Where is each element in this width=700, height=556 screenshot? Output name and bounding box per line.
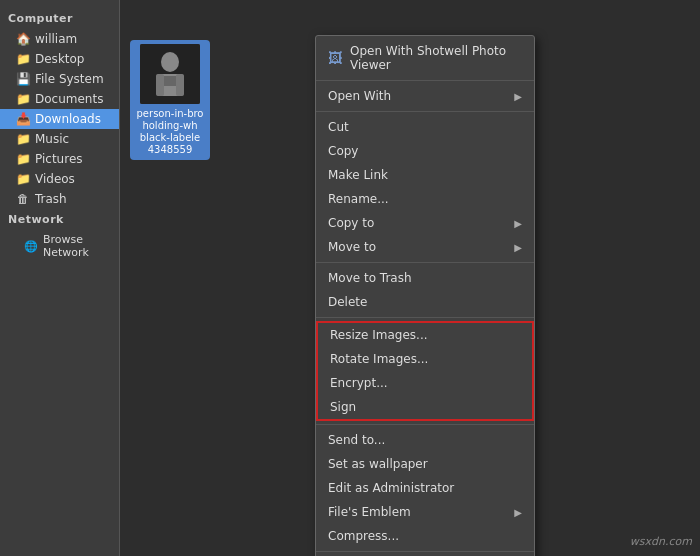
menu-item-send-to[interactable]: Send to... <box>316 428 534 452</box>
menu-label-cut: Cut <box>328 120 349 134</box>
menu-item-left-cut: Cut <box>328 120 349 134</box>
computer-section-header: Computer <box>0 8 119 29</box>
menu-item-left-open-with: Open With <box>328 89 391 103</box>
sidebar-label-desktop: Desktop <box>35 52 85 66</box>
menu-item-left-files-emblem: File's Emblem <box>328 505 411 519</box>
network-icon: 🌐 <box>24 239 38 253</box>
menu-item-left-make-link: Make Link <box>328 168 388 182</box>
menu-label-edit-as-admin: Edit as Administrator <box>328 481 454 495</box>
menu-label-rotate-images: Rotate Images... <box>330 352 428 366</box>
menu-label-compress: Compress... <box>328 529 399 543</box>
sidebar-item-pictures[interactable]: 📁 Pictures <box>0 149 119 169</box>
sidebar-item-desktop[interactable]: 📁 Desktop <box>0 49 119 69</box>
highlighted-section: Resize Images... Rotate Images... Encryp… <box>316 321 534 421</box>
menu-item-left-encrypt: Encrypt... <box>330 376 388 390</box>
menu-item-delete[interactable]: Delete <box>316 290 534 314</box>
submenu-arrow-open-with: ▶ <box>514 91 522 102</box>
menu-item-make-link[interactable]: Make Link <box>316 163 534 187</box>
menu-item-left-resize-images: Resize Images... <box>330 328 428 342</box>
menu-item-copy-to[interactable]: Copy to ▶ <box>316 211 534 235</box>
menu-item-left-copy-to: Copy to <box>328 216 374 230</box>
menu-label-resize-images: Resize Images... <box>330 328 428 342</box>
menu-label-rename: Rename... <box>328 192 389 206</box>
menu-item-left-compress: Compress... <box>328 529 399 543</box>
menu-label-make-link: Make Link <box>328 168 388 182</box>
menu-label-open-with-shotwell: Open With Shotwell Photo Viewer <box>350 44 522 72</box>
file-item-person[interactable]: person-in-broholding-whblack-labele43485… <box>130 40 210 160</box>
watermark: wsxdn.com <box>630 535 692 548</box>
sidebar-item-videos[interactable]: 📁 Videos <box>0 169 119 189</box>
menu-item-edit-as-admin[interactable]: Edit as Administrator <box>316 476 534 500</box>
menu-item-resize-images[interactable]: Resize Images... <box>318 323 532 347</box>
menu-item-cut[interactable]: Cut <box>316 115 534 139</box>
menu-item-left-edit-as-admin: Edit as Administrator <box>328 481 454 495</box>
sidebar-label-videos: Videos <box>35 172 75 186</box>
download-folder-icon: 📥 <box>16 112 30 126</box>
separator-1 <box>316 80 534 81</box>
music-folder-icon: 📁 <box>16 132 30 146</box>
menu-label-encrypt: Encrypt... <box>330 376 388 390</box>
menu-item-open-with-shotwell[interactable]: 🖼 Open With Shotwell Photo Viewer <box>316 39 534 77</box>
sidebar-label-browse-network: Browse Network <box>43 233 111 259</box>
menu-item-left-move-to: Move to <box>328 240 376 254</box>
sidebar-label-william: william <box>35 32 77 46</box>
menu-item-move-to[interactable]: Move to ▶ <box>316 235 534 259</box>
submenu-arrow-files-emblem: ▶ <box>514 507 522 518</box>
menu-label-files-emblem: File's Emblem <box>328 505 411 519</box>
sidebar-item-music[interactable]: 📁 Music <box>0 129 119 149</box>
sidebar-item-filesystem[interactable]: 💾 File System <box>0 69 119 89</box>
menu-item-left-rotate-images: Rotate Images... <box>330 352 428 366</box>
menu-item-left-copy: Copy <box>328 144 358 158</box>
menu-label-copy: Copy <box>328 144 358 158</box>
menu-item-left-delete: Delete <box>328 295 367 309</box>
sidebar-label-pictures: Pictures <box>35 152 83 166</box>
submenu-arrow-move-to: ▶ <box>514 242 522 253</box>
folder-icon-docs: 📁 <box>16 92 30 106</box>
menu-item-left-send-to: Send to... <box>328 433 385 447</box>
network-section-header: Network <box>0 209 119 230</box>
pictures-folder-icon: 📁 <box>16 152 30 166</box>
sidebar-item-william[interactable]: 🏠 william <box>0 29 119 49</box>
sidebar-label-downloads: Downloads <box>35 112 101 126</box>
main-area: person-in-broholding-whblack-labele43485… <box>120 0 700 556</box>
videos-folder-icon: 📁 <box>16 172 30 186</box>
menu-item-copy[interactable]: Copy <box>316 139 534 163</box>
separator-6 <box>316 551 534 552</box>
menu-label-open-with: Open With <box>328 89 391 103</box>
menu-item-left-rename: Rename... <box>328 192 389 206</box>
menu-item-sign[interactable]: Sign <box>318 395 532 419</box>
file-label: person-in-broholding-whblack-labele43485… <box>137 108 204 156</box>
separator-3 <box>316 262 534 263</box>
separator-4 <box>316 317 534 318</box>
trash-icon: 🗑 <box>16 192 30 206</box>
file-preview-image <box>140 44 200 104</box>
menu-item-compress[interactable]: Compress... <box>316 524 534 548</box>
submenu-arrow-copy-to: ▶ <box>514 218 522 229</box>
menu-item-left: 🖼 Open With Shotwell Photo Viewer <box>328 44 522 72</box>
menu-item-encrypt[interactable]: Encrypt... <box>318 371 532 395</box>
svg-rect-5 <box>156 74 164 96</box>
menu-item-left-move-to-trash: Move to Trash <box>328 271 412 285</box>
menu-label-move-to-trash: Move to Trash <box>328 271 412 285</box>
menu-item-open-with[interactable]: Open With ▶ <box>316 84 534 108</box>
menu-label-delete: Delete <box>328 295 367 309</box>
sidebar-item-trash[interactable]: 🗑 Trash <box>0 189 119 209</box>
sidebar-item-documents[interactable]: 📁 Documents <box>0 89 119 109</box>
menu-item-rotate-images[interactable]: Rotate Images... <box>318 347 532 371</box>
menu-item-files-emblem[interactable]: File's Emblem ▶ <box>316 500 534 524</box>
menu-item-rename[interactable]: Rename... <box>316 187 534 211</box>
drive-icon: 💾 <box>16 72 30 86</box>
separator-5 <box>316 424 534 425</box>
menu-item-move-to-trash[interactable]: Move to Trash <box>316 266 534 290</box>
sidebar-item-downloads[interactable]: 📥 Downloads <box>0 109 119 129</box>
svg-rect-6 <box>176 74 184 96</box>
home-icon: 🏠 <box>16 32 30 46</box>
menu-label-sign: Sign <box>330 400 356 414</box>
svg-point-2 <box>161 52 179 72</box>
menu-item-left-sign: Sign <box>330 400 356 414</box>
menu-item-set-as-wallpaper[interactable]: Set as wallpaper <box>316 452 534 476</box>
sidebar-label-filesystem: File System <box>35 72 104 86</box>
sidebar-item-browse-network[interactable]: 🌐 Browse Network <box>0 230 119 262</box>
menu-item-left-set-as-wallpaper: Set as wallpaper <box>328 457 428 471</box>
shotwell-icon: 🖼 <box>328 50 342 66</box>
